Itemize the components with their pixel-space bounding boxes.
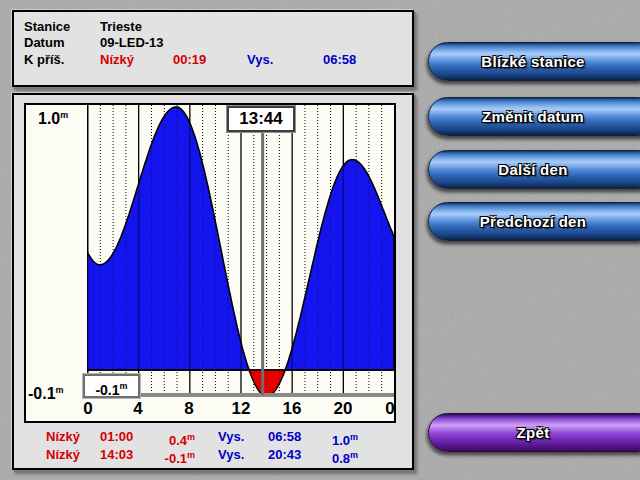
change-date-button-label: Změnit datum — [482, 108, 584, 125]
table-row: Nízký 14:03 -0.1m Vys. 20:43 0.8m — [24, 448, 358, 466]
x-tick-4: 4 — [133, 400, 142, 418]
next-day-button-label: Další den — [498, 161, 567, 178]
high-type: Vys. — [218, 430, 268, 448]
date-row: Datum 09-LED-13 — [14, 35, 412, 51]
tide-chart[interactable] — [87, 105, 394, 399]
tide-events-table: Nízký 01:00 0.4m Vys. 06:58 1.0m Nízký 1… — [24, 430, 358, 467]
back-button-label: Zpět — [517, 424, 550, 441]
y-axis-min-label: -0.1m — [28, 381, 64, 403]
x-tick-20: 20 — [334, 400, 353, 418]
tide-station-screen: { "header": { "station_label": "Stanice"… — [0, 0, 640, 480]
cursor-time-box: 13:44 — [227, 106, 295, 132]
x-tick-24: 0 — [385, 400, 394, 418]
station-value: Trieste — [100, 19, 412, 35]
x-tick-16: 16 — [283, 400, 302, 418]
high-height: 1.0m — [324, 430, 358, 448]
date-value: 09-LED-13 — [100, 35, 412, 51]
high-time: 06:58 — [268, 430, 324, 448]
next-low-time: 00:19 — [173, 52, 247, 68]
station-row: Stanice Trieste — [14, 19, 412, 35]
cursor-value-box: -0.1m — [83, 374, 140, 398]
previous-day-button-label: Předchozí den — [480, 213, 586, 230]
next-high-label: Vys. — [247, 52, 323, 68]
low-time: 14:03 — [100, 448, 158, 466]
y-axis-max-label: 1.0m — [38, 106, 68, 128]
low-time: 01:00 — [100, 430, 158, 448]
station-label: Stanice — [24, 19, 100, 35]
near-stations-button[interactable]: Blízké stanice — [428, 42, 640, 81]
x-tick-0: 0 — [83, 400, 92, 418]
table-row: Nízký 01:00 0.4m Vys. 06:58 1.0m — [24, 430, 358, 448]
tide-chart-frame: 1.0m -0.1m 0 4 8 12 16 20 0 13:44 -0.1m — [24, 103, 396, 423]
high-time: 20:43 — [268, 448, 324, 466]
previous-day-button[interactable]: Předchozí den — [428, 202, 640, 241]
tide-chart-panel: 1.0m -0.1m 0 4 8 12 16 20 0 13:44 -0.1m … — [12, 93, 414, 470]
next-day-button[interactable]: Další den — [428, 150, 640, 189]
high-height: 0.8m — [324, 448, 358, 466]
near-stations-button-label: Blízké stanice — [481, 53, 584, 70]
low-type: Nízký — [46, 430, 100, 448]
low-type: Nízký — [46, 448, 100, 466]
x-tick-12: 12 — [232, 400, 251, 418]
x-tick-8: 8 — [184, 400, 193, 418]
station-info-panel: Stanice Trieste Datum 09-LED-13 K příš. … — [12, 10, 414, 87]
back-button[interactable]: Zpět — [428, 413, 640, 452]
low-height: -0.1m — [158, 448, 195, 466]
next-low-label: Nízký — [100, 52, 173, 68]
high-type: Vys. — [218, 448, 268, 466]
next-tide-row: K příš. Nízký 00:19 Vys. 06:58 — [14, 52, 412, 68]
next-tide-label: K příš. — [24, 52, 100, 68]
date-label: Datum — [24, 35, 100, 51]
next-high-time: 06:58 — [323, 52, 412, 68]
change-date-button[interactable]: Změnit datum — [428, 97, 640, 136]
low-height: 0.4m — [158, 430, 195, 448]
